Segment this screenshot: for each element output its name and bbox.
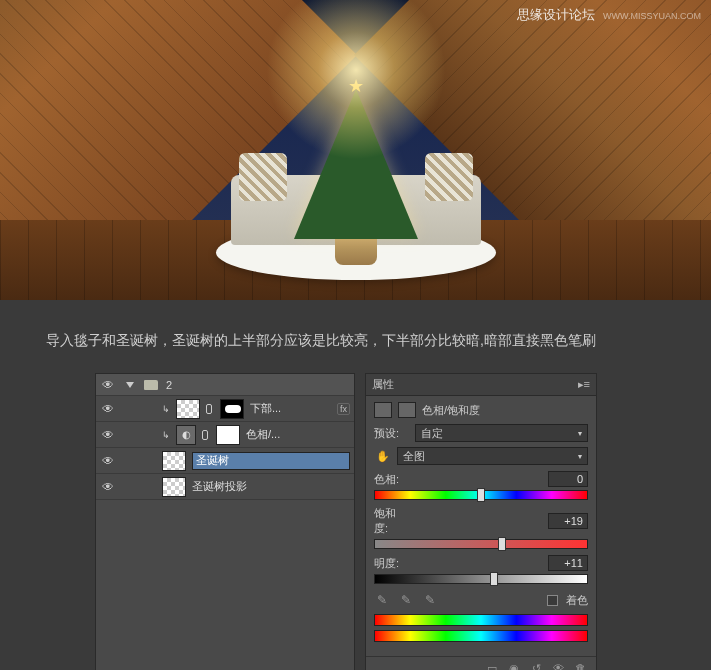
panel-menu-icon[interactable]: ▸≡ [578, 378, 590, 391]
colorize-label: 着色 [566, 593, 588, 608]
layer-name[interactable]: 下部... [250, 401, 331, 416]
colorize-checkbox[interactable] [547, 595, 558, 606]
adjustment-type-icon [374, 402, 392, 418]
layer-name[interactable]: 色相/... [246, 427, 350, 442]
range-select[interactable]: 全图▾ [397, 447, 588, 465]
layer-thumb[interactable] [162, 477, 186, 497]
folder-icon [144, 380, 158, 390]
clip-to-layer-icon[interactable]: ▭ [484, 661, 500, 670]
delete-icon[interactable]: 🗑 [572, 661, 588, 670]
layers-panel: 👁 2 👁 ↳ 下部... fx 👁 ↳ ◐ 色相/... 👁 [95, 373, 355, 670]
watermark: 思缘设计论坛 WWW.MISSYUAN.COM [517, 6, 701, 24]
chevron-down-icon: ▾ [578, 429, 582, 438]
watermark-url: WWW.MISSYUAN.COM [603, 11, 701, 21]
spectrum-out[interactable] [374, 630, 588, 642]
visibility-icon[interactable]: 👁 [100, 378, 116, 392]
tutorial-caption: 导入毯子和圣诞树，圣诞树的上半部分应该是比较亮，下半部分比较暗,暗部直接黑色笔刷 [0, 300, 711, 373]
hue-track[interactable] [374, 490, 588, 500]
target-adjust-icon[interactable]: ✋ [374, 447, 392, 465]
chevron-down-icon: ▾ [578, 452, 582, 461]
group-name[interactable]: 2 [166, 379, 350, 391]
saturation-track[interactable] [374, 539, 588, 549]
toggle-visibility-icon[interactable]: 👁 [550, 661, 566, 670]
clip-icon: ↳ [162, 404, 170, 414]
mask-indicator-icon [398, 402, 416, 418]
hue-value[interactable]: 0 [548, 471, 588, 487]
visibility-icon[interactable]: 👁 [100, 454, 116, 468]
layer-name[interactable]: 圣诞树投影 [192, 479, 350, 494]
lightness-value[interactable]: +11 [548, 555, 588, 571]
layer-group-row[interactable]: 👁 2 [96, 374, 354, 396]
layer-row[interactable]: 👁 ↳ ◐ 色相/... [96, 422, 354, 448]
preset-select[interactable]: 自定▾ [415, 424, 588, 442]
hue-label: 色相: [374, 472, 410, 487]
expand-icon[interactable] [126, 382, 134, 388]
fx-badge[interactable]: fx [337, 403, 350, 415]
preview-image: 思缘设计论坛 WWW.MISSYUAN.COM ★ [0, 0, 711, 300]
layer-row[interactable]: 👁 圣诞树 [96, 448, 354, 474]
eyedropper-sub-icon[interactable]: ✎ [422, 592, 438, 608]
slider-thumb[interactable] [477, 488, 485, 502]
watermark-text: 思缘设计论坛 [517, 7, 595, 22]
link-icon[interactable] [202, 430, 208, 440]
layer-name[interactable]: 圣诞树 [192, 452, 350, 470]
eyedropper-icon[interactable]: ✎ [374, 592, 390, 608]
reset-icon[interactable]: ↺ [528, 661, 544, 670]
panel-header: 属性 ▸≡ [366, 374, 596, 396]
adjustment-name: 色相/饱和度 [422, 403, 480, 418]
lightness-track[interactable] [374, 574, 588, 584]
layer-thumb[interactable] [162, 451, 186, 471]
view-previous-icon[interactable]: ◉ [506, 661, 522, 670]
visibility-icon[interactable]: 👁 [100, 480, 116, 494]
saturation-slider: 饱和度:+19 [374, 506, 588, 549]
mask-thumb[interactable] [216, 425, 240, 445]
panel-footer: ▭ ◉ ↺ 👁 🗑 [366, 656, 596, 670]
layer-row[interactable]: 👁 圣诞树投影 [96, 474, 354, 500]
lightness-slider: 明度:+11 [374, 555, 588, 584]
saturation-label: 饱和度: [374, 506, 410, 536]
layer-thumb[interactable] [176, 399, 200, 419]
visibility-icon[interactable]: 👁 [100, 428, 116, 442]
properties-panel: 属性 ▸≡ 色相/饱和度 预设: 自定▾ ✋ 全图▾ 色 [365, 373, 597, 670]
panel-title: 属性 [372, 377, 394, 392]
link-icon[interactable] [206, 404, 212, 414]
clip-icon: ↳ [162, 430, 170, 440]
light-glow [266, 0, 446, 160]
adjustment-icon[interactable]: ◐ [176, 425, 196, 445]
layer-row[interactable]: 👁 ↳ 下部... fx [96, 396, 354, 422]
spectrum-in[interactable] [374, 614, 588, 626]
hue-slider: 色相:0 [374, 471, 588, 500]
lightness-label: 明度: [374, 556, 410, 571]
preset-label: 预设: [374, 426, 410, 441]
saturation-value[interactable]: +19 [548, 513, 588, 529]
visibility-icon[interactable]: 👁 [100, 402, 116, 416]
mask-thumb[interactable] [220, 399, 244, 419]
eyedropper-add-icon[interactable]: ✎ [398, 592, 414, 608]
slider-thumb[interactable] [490, 572, 498, 586]
slider-thumb[interactable] [498, 537, 506, 551]
